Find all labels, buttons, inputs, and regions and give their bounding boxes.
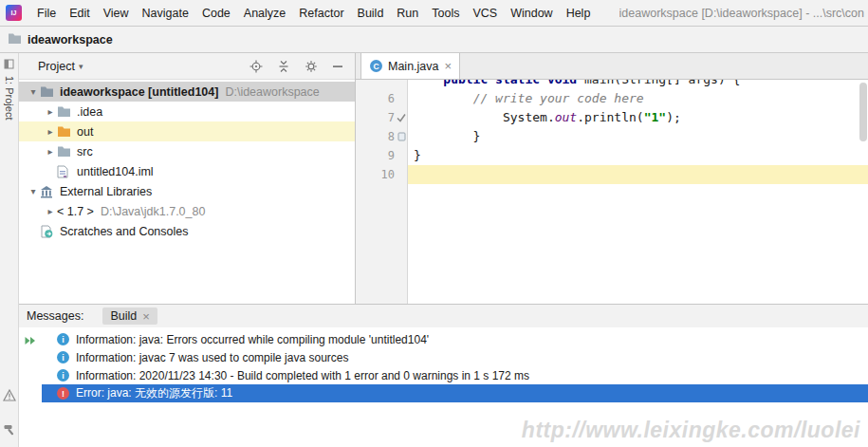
editor-tab-label: Main.java — [388, 60, 439, 73]
build-tab[interactable]: Build × — [102, 307, 157, 325]
rerun-build-icon[interactable] — [24, 334, 37, 350]
scrollbar-thumb[interactable] — [859, 83, 867, 141]
project-stripe-tab-label: 1: Project — [4, 76, 15, 120]
project-stripe-tab[interactable]: 1: Project — [0, 53, 18, 120]
tree-item-label: ideaworkspace [untitled104] — [60, 85, 218, 99]
window-title: ideaworkspace [D:\ideaworkspace] - ...\s… — [619, 7, 864, 20]
build-panel-header: Messages: Build × — [19, 305, 868, 327]
info-icon: i — [57, 369, 69, 382]
tree-item-idea-folder[interactable]: ▸.idea — [19, 102, 355, 121]
menu-tools[interactable]: Tools — [425, 7, 466, 20]
gutter-check-icon[interactable] — [397, 113, 406, 122]
project-tool-window: Project ▾ ▾ideaworkspace [untitled104]D:… — [19, 53, 356, 304]
build-hammer-icon[interactable] — [3, 423, 16, 439]
editor-pane: C Main.java × public static void main(St… — [356, 53, 868, 304]
tree-expand-right-icon[interactable]: ▸ — [44, 206, 57, 216]
build-panel-toolbar — [19, 327, 42, 447]
warning-icon[interactable] — [3, 389, 16, 404]
code-line-10: 10 — [356, 165, 868, 184]
project-folder-icon — [8, 32, 22, 47]
info-icon: i — [57, 351, 69, 363]
build-message-info[interactable]: iInformation: 2020/11/23 14:30 - Build c… — [42, 366, 868, 384]
hide-panel-icon[interactable] — [332, 61, 343, 72]
gutter-marker-icon[interactable] — [397, 132, 406, 141]
build-message-info[interactable]: iInformation: java: Errors occurred whil… — [42, 330, 868, 348]
menu-analyze[interactable]: Analyze — [237, 7, 292, 20]
menu-bar: IJ FileEditViewNavigateCodeAnalyzeRefact… — [0, 0, 868, 27]
menu-build[interactable]: Build — [351, 7, 391, 20]
tree-item-label: < 1.7 > — [57, 205, 94, 218]
folder-icon — [57, 145, 72, 158]
code-line-7: 7 System.out.println("1"); — [356, 108, 868, 127]
build-tab-label: Build — [110, 309, 137, 323]
code-text: public static void main(String[] args) { — [408, 80, 868, 89]
code-line: public static void main(String[] args) { — [356, 80, 868, 89]
tree-item-src-folder[interactable]: ▸src — [19, 141, 355, 161]
tree-item-external-libraries[interactable]: ▾External Libraries — [19, 181, 355, 201]
tree-item-root[interactable]: ▾ideaworkspace [untitled104]D:\ideaworks… — [19, 82, 355, 102]
menu-window[interactable]: Window — [504, 7, 559, 20]
collapse-all-icon[interactable] — [277, 60, 290, 73]
tool-window-icon — [4, 58, 14, 72]
messages-label: Messages: — [27, 309, 83, 323]
menu-file[interactable]: File — [30, 7, 63, 20]
error-icon: ! — [57, 387, 69, 400]
folder-excluded-icon — [57, 125, 72, 139]
menu-help[interactable]: Help — [560, 7, 598, 20]
menu-code[interactable]: Code — [195, 7, 237, 20]
gear-icon[interactable] — [305, 60, 318, 73]
project-pane-header: Project ▾ — [19, 53, 355, 80]
line-number: 9 — [356, 146, 408, 165]
editor-scrollbar[interactable] — [859, 80, 868, 304]
tree-expand-down-icon[interactable]: ▾ — [27, 86, 40, 97]
code-line-6: 6 // write your code here — [356, 89, 868, 108]
build-message-text: Information: javac 7 was used to compile… — [76, 351, 348, 364]
menu-view[interactable]: View — [97, 7, 136, 20]
chevron-down-icon[interactable]: ▾ — [79, 62, 83, 71]
menu-vcs[interactable]: VCS — [466, 7, 504, 20]
build-message-info[interactable]: iInformation: javac 7 was used to compil… — [42, 348, 868, 366]
scratch-icon — [40, 225, 55, 238]
menu-refactor[interactable]: Refactor — [292, 7, 350, 20]
menu-edit[interactable]: Edit — [63, 7, 97, 20]
locate-target-icon[interactable] — [249, 60, 263, 73]
tree-expand-right-icon[interactable]: ▸ — [44, 106, 57, 117]
breadcrumb[interactable]: ideaworkspace — [28, 33, 113, 47]
tree-item-label: src — [77, 145, 93, 158]
navigation-bar: ideaworkspace — [0, 27, 868, 53]
menu-run[interactable]: Run — [390, 7, 425, 20]
editor-tab-main-java[interactable]: C Main.java × — [360, 53, 460, 79]
build-message-text: Information: 2020/11/23 14:30 - Build co… — [76, 369, 529, 382]
tree-item-jdk-1-7[interactable]: ▸< 1.7 >D:\Java\jdk1.7.0_80 — [19, 201, 355, 221]
tree-expand-down-icon[interactable]: ▾ — [27, 186, 40, 196]
library-icon — [40, 185, 55, 198]
project-pane-toolbar — [249, 60, 343, 73]
intellij-idea-window: IJ FileEditViewNavigateCodeAnalyzeRefact… — [0, 0, 868, 447]
code-text — [408, 165, 868, 184]
menu-navigate[interactable]: Navigate — [136, 7, 195, 20]
close-icon[interactable]: × — [142, 310, 150, 323]
line-number: 7 — [356, 108, 408, 127]
tree-expand-right-icon[interactable]: ▸ — [44, 146, 57, 157]
build-message-text: Error: java: 无效的源发行版: 11 — [76, 385, 232, 401]
tree-item-path: D:\ideaworkspace — [225, 85, 319, 99]
tree-item-out-folder[interactable]: ▸out — [19, 121, 355, 141]
code-text: } — [408, 146, 868, 165]
tree-item-scratches-and-consoles[interactable]: Scratches and Consoles — [19, 221, 355, 241]
close-icon[interactable]: × — [445, 60, 452, 72]
code-editor[interactable]: public static void main(String[] args) {… — [356, 80, 868, 304]
build-message-error[interactable]: !Error: java: 无效的源发行版: 11 — [42, 384, 868, 402]
folder-root-icon — [40, 85, 55, 99]
code-line-8: 8 } — [356, 127, 868, 146]
iml-icon — [57, 165, 72, 178]
tree-item-label: Scratches and Consoles — [60, 225, 189, 238]
project-pane-title[interactable]: Project — [38, 60, 75, 73]
java-class-icon: C — [370, 60, 382, 72]
build-tool-window: Messages: Build × iInformation: java: Er… — [19, 304, 868, 447]
tree-item-iml-file[interactable]: untitled104.iml — [19, 161, 355, 181]
tree-expand-right-icon[interactable]: ▸ — [44, 126, 57, 137]
build-panel-body: iInformation: java: Errors occurred whil… — [19, 327, 868, 447]
line-number: 6 — [356, 89, 408, 108]
code-text: // write your code here — [408, 89, 868, 108]
tree-item-label: untitled104.iml — [77, 165, 154, 178]
